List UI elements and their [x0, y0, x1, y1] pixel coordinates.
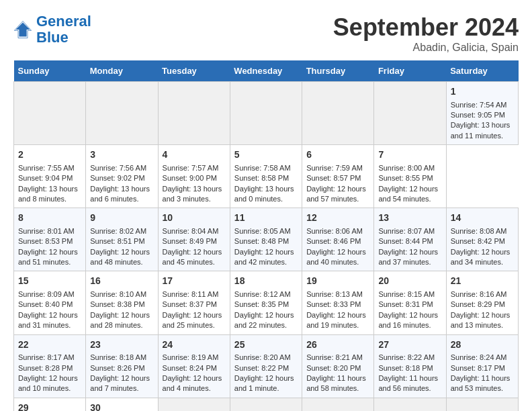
- day-number: 24: [163, 338, 226, 352]
- table-row: [158, 82, 230, 145]
- logo: General Blue: [13, 13, 91, 46]
- sunrise-text: Sunrise: 8:21 AM: [306, 353, 363, 361]
- logo-text: General Blue: [36, 13, 91, 46]
- table-row: [86, 82, 158, 145]
- daylight-text: Daylight: 13 hours and 11 minutes.: [451, 121, 511, 139]
- col-friday: Friday: [374, 60, 446, 82]
- calendar-week-row: 29Sunrise: 8:25 AMSunset: 8:15 PMDayligh…: [14, 398, 519, 411]
- calendar-week-row: 1Sunrise: 7:54 AMSunset: 9:05 PMDaylight…: [14, 82, 519, 145]
- table-row: [230, 82, 302, 145]
- table-row: 24Sunrise: 8:19 AMSunset: 8:24 PMDayligh…: [158, 334, 230, 398]
- sunset-text: Sunset: 8:51 PM: [90, 237, 144, 245]
- sunset-text: Sunset: 8:29 PM: [451, 300, 505, 308]
- daylight-text: Daylight: 12 hours and 22 minutes.: [234, 311, 294, 329]
- sunset-text: Sunset: 8:40 PM: [18, 300, 73, 308]
- day-number: 5: [234, 148, 298, 162]
- day-number: 3: [90, 148, 153, 162]
- calendar-week-row: 22Sunrise: 8:17 AMSunset: 8:28 PMDayligh…: [14, 334, 519, 398]
- day-number: 17: [163, 275, 226, 288]
- sunset-text: Sunset: 8:46 PM: [306, 237, 361, 245]
- daylight-text: Daylight: 13 hours and 6 minutes.: [90, 185, 150, 203]
- sunrise-text: Sunrise: 8:24 AM: [451, 353, 507, 361]
- col-sunday: Sunday: [14, 60, 86, 82]
- table-row: 3Sunrise: 7:56 AMSunset: 9:02 PMDaylight…: [86, 145, 158, 208]
- sunrise-text: Sunrise: 8:20 AM: [234, 353, 291, 361]
- table-row: 28Sunrise: 8:24 AMSunset: 8:17 PMDayligh…: [446, 334, 518, 398]
- day-number: 1: [451, 85, 514, 99]
- table-row: 21Sunrise: 8:16 AMSunset: 8:29 PMDayligh…: [446, 271, 518, 334]
- calendar-header: Sunday Monday Tuesday Wednesday Thursday…: [14, 60, 519, 82]
- daylight-text: Daylight: 12 hours and 51 minutes.: [18, 248, 78, 266]
- table-row: 4Sunrise: 7:57 AMSunset: 9:00 PMDaylight…: [158, 145, 230, 208]
- sunrise-text: Sunrise: 8:02 AM: [90, 227, 146, 235]
- sunrise-text: Sunrise: 8:17 AM: [18, 353, 75, 361]
- sunrise-text: Sunrise: 8:04 AM: [163, 227, 219, 235]
- day-number: 11: [234, 212, 298, 225]
- table-row: 11Sunrise: 8:05 AMSunset: 8:48 PMDayligh…: [230, 208, 302, 271]
- table-row: 9Sunrise: 8:02 AMSunset: 8:51 PMDaylight…: [86, 208, 158, 271]
- page-header: General Blue September 2024 Abadin, Gali…: [13, 13, 519, 54]
- logo-blue: Blue: [36, 29, 69, 46]
- day-number: 26: [306, 338, 369, 352]
- sunrise-text: Sunrise: 8:15 AM: [378, 290, 435, 298]
- daylight-text: Daylight: 12 hours and 25 minutes.: [163, 311, 222, 329]
- table-row: 1Sunrise: 7:54 AMSunset: 9:05 PMDaylight…: [446, 82, 518, 145]
- sunset-text: Sunset: 8:58 PM: [234, 174, 289, 182]
- sunset-text: Sunset: 8:35 PM: [234, 300, 289, 308]
- sunset-text: Sunset: 9:02 PM: [90, 174, 144, 182]
- sunset-text: Sunset: 8:38 PM: [90, 300, 144, 308]
- sunrise-text: Sunrise: 7:55 AM: [18, 164, 75, 172]
- sunrise-text: Sunrise: 7:59 AM: [306, 164, 363, 172]
- sunset-text: Sunset: 8:22 PM: [234, 364, 289, 372]
- daylight-text: Daylight: 12 hours and 34 minutes.: [451, 248, 511, 266]
- daylight-text: Daylight: 12 hours and 7 minutes.: [90, 374, 150, 392]
- daylight-text: Daylight: 11 hours and 58 minutes.: [306, 374, 366, 392]
- table-row: 29Sunrise: 8:25 AMSunset: 8:15 PMDayligh…: [14, 398, 86, 411]
- daylight-text: Daylight: 12 hours and 45 minutes.: [163, 248, 222, 266]
- sunset-text: Sunset: 8:55 PM: [378, 174, 433, 182]
- daylight-text: Daylight: 12 hours and 31 minutes.: [18, 311, 78, 329]
- day-number: 2: [18, 148, 81, 162]
- calendar-week-row: 15Sunrise: 8:09 AMSunset: 8:40 PMDayligh…: [14, 271, 519, 334]
- day-number: 6: [306, 148, 369, 162]
- day-number: 13: [378, 212, 441, 225]
- table-row: 12Sunrise: 8:06 AMSunset: 8:46 PMDayligh…: [302, 208, 374, 271]
- daylight-text: Daylight: 12 hours and 1 minute.: [234, 374, 294, 392]
- sunrise-text: Sunrise: 8:07 AM: [378, 227, 435, 235]
- daylight-text: Daylight: 12 hours and 28 minutes.: [90, 311, 150, 329]
- table-row: [158, 398, 230, 411]
- sunset-text: Sunset: 8:49 PM: [163, 237, 217, 245]
- sunset-text: Sunset: 8:48 PM: [234, 237, 289, 245]
- calendar-week-row: 8Sunrise: 8:01 AMSunset: 8:53 PMDaylight…: [14, 208, 519, 271]
- table-row: 23Sunrise: 8:18 AMSunset: 8:26 PMDayligh…: [86, 334, 158, 398]
- daylight-text: Daylight: 12 hours and 54 minutes.: [378, 185, 438, 203]
- table-row: [446, 398, 518, 411]
- sunset-text: Sunset: 8:53 PM: [18, 237, 73, 245]
- month-title: September 2024: [333, 13, 519, 42]
- table-row: 18Sunrise: 8:12 AMSunset: 8:35 PMDayligh…: [230, 271, 302, 334]
- day-number: 12: [306, 212, 369, 225]
- calendar-body: 1Sunrise: 7:54 AMSunset: 9:05 PMDaylight…: [14, 82, 519, 412]
- table-row: 27Sunrise: 8:22 AMSunset: 8:18 PMDayligh…: [374, 334, 446, 398]
- table-row: [302, 398, 374, 411]
- day-number: 16: [90, 275, 153, 288]
- daylight-text: Daylight: 12 hours and 37 minutes.: [378, 248, 438, 266]
- sunrise-text: Sunrise: 7:56 AM: [90, 164, 146, 172]
- table-row: [230, 398, 302, 411]
- table-row: 30Sunrise: 8:26 AMSunset: 8:13 PMDayligh…: [86, 398, 158, 411]
- table-row: 6Sunrise: 7:59 AMSunset: 8:57 PMDaylight…: [302, 145, 374, 208]
- sunset-text: Sunset: 9:00 PM: [163, 174, 217, 182]
- sunrise-text: Sunrise: 8:09 AM: [18, 290, 75, 298]
- day-number: 21: [451, 275, 514, 288]
- day-number: 27: [378, 338, 441, 352]
- sunset-text: Sunset: 9:04 PM: [18, 174, 73, 182]
- sunrise-text: Sunrise: 8:10 AM: [90, 290, 146, 298]
- day-number: 8: [18, 212, 81, 225]
- col-tuesday: Tuesday: [158, 60, 230, 82]
- daylight-text: Daylight: 12 hours and 40 minutes.: [306, 248, 366, 266]
- daylight-text: Daylight: 13 hours and 8 minutes.: [18, 185, 78, 203]
- daylight-text: Daylight: 12 hours and 4 minutes.: [163, 374, 222, 392]
- table-row: 25Sunrise: 8:20 AMSunset: 8:22 PMDayligh…: [230, 334, 302, 398]
- daylight-text: Daylight: 12 hours and 16 minutes.: [378, 311, 438, 329]
- table-row: [14, 82, 86, 145]
